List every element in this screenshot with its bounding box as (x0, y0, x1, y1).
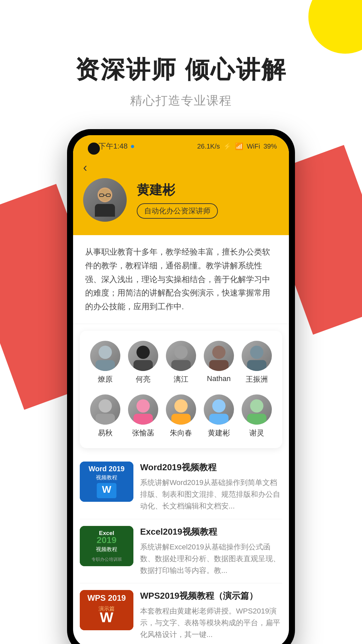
svg-rect-1 (95, 204, 115, 217)
course-wps2019[interactable]: WPS 2019 演示篇 W WPS2019视频教程（演示篇） 本套教程由黄建彬… (80, 583, 282, 644)
status-right: 26.1K/s ⚡ 📶 WiFi 39% (197, 142, 277, 150)
svg-point-22 (212, 399, 226, 413)
camera-hole (88, 143, 100, 155)
instructor-heliang[interactable]: 何亮 (128, 341, 158, 384)
status-dot: ● (130, 142, 135, 151)
svg-point-10 (174, 345, 188, 359)
svg-point-20 (174, 399, 188, 413)
instructor-liaoyuan-label: 燎原 (98, 374, 113, 384)
battery-level: 39% (263, 143, 277, 150)
instructor-lijiang-thumb (166, 341, 196, 371)
instructor-zhuxiangchun[interactable]: 朱向春 (166, 394, 196, 438)
course-word2019[interactable]: Word 2019 视频教程 W Word2019视频教程 系统讲解Word20… (80, 455, 282, 519)
svg-point-16 (99, 399, 112, 413)
instructor-zhangyuhan-thumb (128, 394, 158, 425)
page-subtitle: 精心打造专业课程 (0, 93, 362, 109)
bluetooth-icon: ⚡ (223, 142, 232, 150)
instructor-zhuxiangchun-thumb (166, 394, 196, 425)
course-excel2019-info: Excel2019视频教程 系统讲解Excel2019从基础操作到公式函数、数据… (140, 526, 282, 577)
course-wps2019-thumb: WPS 2019 演示篇 W (80, 590, 133, 630)
instructor-lijiang[interactable]: 漓江 (166, 341, 196, 384)
svg-text:W: W (102, 484, 111, 495)
instructor-huangjianbin-thumb (204, 394, 234, 425)
instructors-row-1: 燎原 何亮 漓江 Nathan 王振洲 (86, 341, 276, 384)
instructor-info: 黄建彬 自动化办公资深讲师 (137, 181, 279, 219)
phone-section: 下午1:48 ● 26.1K/s ⚡ 📶 WiFi 39% ‹ (0, 129, 362, 644)
instructor-zhangyuhan-label: 张愉菡 (132, 428, 154, 438)
instructor-name: 黄建彬 (137, 181, 279, 199)
course-wps2019-desc: 本套教程由黄建彬老师讲授。WPS2019演示，与文字、表格等模块构成的平台，扁平… (140, 605, 282, 641)
course-excel2019-thumb: Excel 2019 视频教程 专职办公培训班 (80, 526, 133, 566)
instructor-wangzhenzhou-thumb (242, 341, 272, 371)
instructor-xieling-label: 谢灵 (249, 428, 264, 438)
course-word2019-title: Word2019视频教程 (140, 462, 282, 473)
svg-rect-17 (96, 414, 115, 425)
course-excel2019[interactable]: Excel 2019 视频教程 专职办公培训班 Excel2019视频教程 系统… (80, 519, 282, 584)
svg-point-14 (250, 345, 263, 359)
instructor-huangjianbin[interactable]: 黄建彬 (204, 394, 234, 438)
course-excel2019-desc: 系统讲解Excel2019从基础操作到公式函数、数据处理和分析、数据图表直观呈现… (140, 541, 282, 577)
instructor-wangzhenzhou[interactable]: 王振洲 (242, 341, 272, 384)
svg-point-24 (250, 399, 263, 413)
course-word2019-desc: 系统讲解Word2019从基础操作到简单文档排版、制表和图文混排、规范排版和办公… (140, 477, 282, 512)
svg-text:视频教程: 视频教程 (96, 475, 117, 480)
svg-text:WPS 2019: WPS 2019 (87, 593, 126, 602)
phone-inner: 下午1:48 ● 26.1K/s ⚡ 📶 WiFi 39% ‹ (73, 135, 289, 644)
instructor-liaoyuan[interactable]: 燎原 (90, 341, 120, 384)
svg-rect-23 (209, 414, 229, 425)
instructor-nathan-label: Nathan (207, 374, 231, 383)
course-wps2019-title: WPS2019视频教程（演示篇） (140, 590, 282, 602)
svg-rect-11 (171, 360, 191, 371)
svg-rect-21 (171, 414, 191, 425)
svg-rect-13 (209, 360, 229, 371)
course-excel2019-title: Excel2019视频教程 (140, 526, 282, 538)
svg-text:W: W (100, 609, 114, 625)
instructor-xieling-thumb (242, 394, 272, 425)
svg-rect-25 (247, 414, 266, 425)
svg-point-6 (99, 345, 112, 359)
instructor-zhuxiangchun-label: 朱向春 (170, 428, 192, 438)
status-time: 下午1:48 (99, 141, 128, 151)
svg-rect-9 (133, 360, 153, 371)
header-section: 资深讲师 倾心讲解 精心打造专业课程 (0, 0, 362, 129)
svg-text:2019: 2019 (97, 535, 116, 545)
svg-text:Word 2019: Word 2019 (88, 465, 125, 473)
instructor-lijiang-label: 漓江 (174, 374, 188, 384)
svg-rect-15 (247, 360, 266, 371)
instructor-heliang-label: 何亮 (136, 374, 150, 384)
svg-point-8 (136, 345, 150, 359)
instructors-panel: 燎原 何亮 漓江 Nathan 王振洲 (80, 331, 282, 448)
svg-point-18 (136, 399, 150, 413)
instructor-yiqiu-thumb (90, 394, 120, 425)
signal-icon: 📶 (235, 142, 243, 150)
svg-rect-7 (96, 360, 115, 371)
course-wps2019-info: WPS2019视频教程（演示篇） 本套教程由黄建彬老师讲授。WPS2019演示，… (140, 590, 282, 641)
status-speed: 26.1K/s (197, 143, 220, 150)
instructor-bio: 从事职业教育十多年，教学经验丰富，擅长办公类软件的教学，教程详细，通俗易懂。教学… (73, 235, 289, 324)
instructor-huangjianbin-label: 黄建彬 (208, 428, 230, 438)
instructor-nathan-thumb (204, 341, 234, 371)
instructor-nathan[interactable]: Nathan (204, 341, 234, 384)
course-list: Word 2019 视频教程 W Word2019视频教程 系统讲解Word20… (73, 455, 289, 644)
instructor-zhangyuhan[interactable]: 张愉菡 (128, 394, 158, 438)
instructor-header: 黄建彬 自动化办公资深讲师 (83, 178, 279, 222)
instructors-row-2: 易秋 张愉菡 朱向春 黄建彬 谢灵 (86, 394, 276, 438)
svg-rect-19 (133, 414, 153, 425)
instructor-yiqiu-label: 易秋 (98, 428, 113, 438)
wifi-icon: WiFi (247, 143, 260, 150)
svg-point-12 (212, 345, 226, 359)
instructor-wangzhenzhou-label: 王振洲 (246, 374, 268, 384)
instructor-tag: 自动化办公资深讲师 (137, 203, 218, 219)
instructor-liaoyuan-thumb (90, 341, 120, 371)
page-title: 资深讲师 倾心讲解 (0, 54, 362, 86)
course-word2019-info: Word2019视频教程 系统讲解Word2019从基础操作到简单文档排版、制表… (140, 462, 282, 512)
svg-text:专职办公培训班: 专职办公培训班 (92, 557, 122, 562)
status-bar: 下午1:48 ● 26.1K/s ⚡ 📶 WiFi 39% (73, 135, 289, 155)
instructor-xieling[interactable]: 谢灵 (242, 394, 272, 438)
instructor-yiqiu[interactable]: 易秋 (90, 394, 120, 438)
back-button[interactable]: ‹ (83, 161, 279, 175)
instructor-heliang-thumb (128, 341, 158, 371)
phone-frame: 下午1:48 ● 26.1K/s ⚡ 📶 WiFi 39% ‹ (67, 129, 295, 644)
svg-text:视频教程: 视频教程 (96, 546, 117, 552)
instructor-avatar (83, 178, 127, 222)
